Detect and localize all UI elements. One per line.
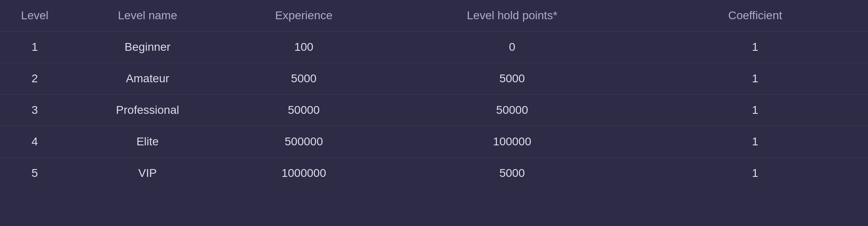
cell-experience: 1000000: [226, 158, 382, 189]
cell-coefficient: 1: [642, 126, 868, 158]
table-header-row: Level Level name Experience Level hold p…: [0, 0, 868, 32]
cell-coefficient: 1: [642, 32, 868, 63]
cell-level-name: Professional: [70, 95, 226, 126]
cell-level: 4: [0, 126, 70, 158]
cell-coefficient: 1: [642, 158, 868, 189]
cell-level-hold-points: 50000: [382, 95, 642, 126]
cell-level-name: VIP: [70, 158, 226, 189]
levels-table: Level Level name Experience Level hold p…: [0, 0, 868, 189]
cell-level: 3: [0, 95, 70, 126]
cell-experience: 50000: [226, 95, 382, 126]
cell-level: 1: [0, 32, 70, 63]
cell-level-hold-points: 100000: [382, 126, 642, 158]
column-header-level-hold-points: Level hold points*: [382, 0, 642, 32]
table-row: 2Amateur500050001: [0, 63, 868, 95]
levels-table-container: Level Level name Experience Level hold p…: [0, 0, 868, 189]
column-header-level-name: Level name: [70, 0, 226, 32]
cell-level-name: Elite: [70, 126, 226, 158]
cell-experience: 500000: [226, 126, 382, 158]
cell-level-hold-points: 0: [382, 32, 642, 63]
cell-level-hold-points: 5000: [382, 158, 642, 189]
cell-coefficient: 1: [642, 63, 868, 95]
cell-experience: 100: [226, 32, 382, 63]
table-row: 5VIP100000050001: [0, 158, 868, 189]
table-row: 3Professional50000500001: [0, 95, 868, 126]
table-row: 4Elite5000001000001: [0, 126, 868, 158]
cell-level: 2: [0, 63, 70, 95]
column-header-level: Level: [0, 0, 70, 32]
column-header-experience: Experience: [226, 0, 382, 32]
cell-level-name: Amateur: [70, 63, 226, 95]
column-header-coefficient: Coefficient: [642, 0, 868, 32]
cell-level-hold-points: 5000: [382, 63, 642, 95]
cell-experience: 5000: [226, 63, 382, 95]
cell-coefficient: 1: [642, 95, 868, 126]
table-row: 1Beginner10001: [0, 32, 868, 63]
cell-level-name: Beginner: [70, 32, 226, 63]
cell-level: 5: [0, 158, 70, 189]
